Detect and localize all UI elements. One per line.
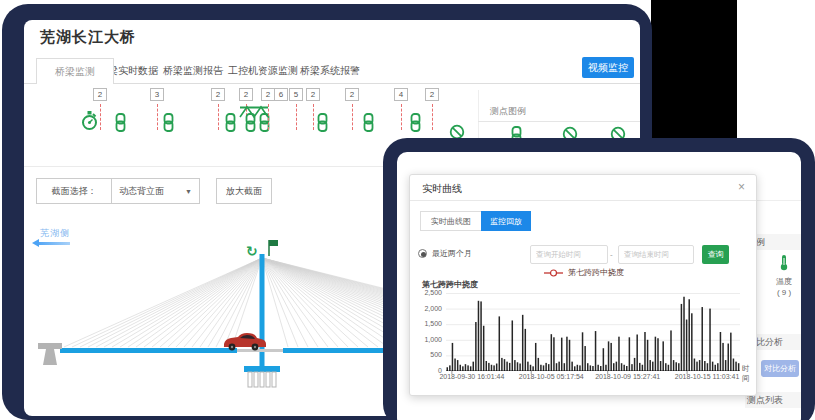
sensor-count-badge: 2 <box>239 88 253 101</box>
y-axis-tick: 0 <box>412 367 442 374</box>
link-sensor-icon[interactable] <box>224 113 237 136</box>
range-separator: - <box>610 250 613 259</box>
tab-ipc-resource[interactable]: 工控机资源监测 <box>228 64 298 78</box>
screenshot-stage: 芜湖长江大桥 桥梁监测 桥梁实时数据 桥梁监测报告 工控机资源监测 桥梁系统报警… <box>0 0 815 420</box>
legend-panel-header: 测点图例 <box>478 102 640 122</box>
truss-icon <box>239 105 269 118</box>
sensor-count-badge: 4 <box>394 88 408 101</box>
sensor-count-badge: 3 <box>150 88 164 101</box>
sensor-position-dash <box>432 104 433 130</box>
y-axis-tick: 1,000 <box>412 336 442 343</box>
section-select-value: 动态背立面 <box>119 185 164 198</box>
recent-two-months-label: 最近两个月 <box>432 248 472 259</box>
modal-window-page: 图例 温度 ( 9 ) 对比分析 对比分析 测点列表 实时曲线 × 实时曲线图 … <box>397 152 801 420</box>
bridge-tower <box>260 254 265 372</box>
query-end-time-input[interactable] <box>618 245 694 264</box>
temperature-legend-item[interactable]: 温度 ( 9 ) <box>767 254 801 297</box>
pier-piles <box>248 372 276 387</box>
x-axis-tick: 2018-10-09 15:27:41 <box>595 373 660 380</box>
section-select-dropdown[interactable]: 动态背立面 ▼ <box>111 179 199 203</box>
sensor-count-badge: 2 <box>306 88 320 101</box>
dialog-title: 实时曲线 <box>422 182 462 196</box>
chain-link-icon <box>224 113 237 132</box>
link-sensor-icon[interactable] <box>409 113 422 136</box>
chart-legend[interactable]: 第七跨跨中挠度 <box>410 267 758 278</box>
page-title: 芜湖长江大桥 <box>40 28 136 47</box>
thermometer-icon <box>778 254 790 271</box>
enlarge-section-button[interactable]: 放大截面 <box>216 178 272 204</box>
close-icon[interactable]: × <box>738 180 745 194</box>
video-monitor-button[interactable]: 视频监控 <box>582 57 634 78</box>
sensor-position-dash <box>100 104 101 130</box>
sensor-count-badge: 2 <box>93 88 107 101</box>
tab-realtime-curve[interactable]: 实时曲线图 <box>420 211 482 231</box>
pier-cap <box>244 366 280 372</box>
y-axis-tick: 2,000 <box>412 305 442 312</box>
bridge-deck-right <box>283 348 392 353</box>
sensor-count-badge: 2 <box>425 88 439 101</box>
chain-link-icon <box>362 113 375 132</box>
bridge-elevation-drawing: ↻ <box>24 234 392 400</box>
tab-system-alarm[interactable]: 桥梁系统报警 <box>300 64 360 78</box>
sensor-position-dash <box>157 104 158 130</box>
background-black-region <box>651 0 737 144</box>
x-axis-title: 时间 <box>742 364 756 384</box>
abutment <box>38 343 62 349</box>
sensor-count-badge: 6 <box>274 88 288 101</box>
query-start-time-input[interactable] <box>530 245 608 264</box>
link-sensor-icon[interactable] <box>316 113 329 136</box>
tab-label: 桥梁监测 <box>55 65 95 79</box>
radio-dot <box>421 252 426 257</box>
section-select-label: 截面选择： <box>37 179 111 203</box>
legend-marker-icon <box>544 268 564 278</box>
sensor-position-dash <box>352 104 353 130</box>
sensor-count-badge: 2 <box>211 88 225 101</box>
link-sensor-icon[interactable] <box>362 113 375 136</box>
tab-monitor-playback[interactable]: 监控回放 <box>481 211 531 231</box>
tab-monitor-report[interactable]: 桥梁监测报告 <box>163 64 223 78</box>
sensor-position-dash <box>401 104 402 130</box>
realtime-curve-dialog: 实时曲线 × 实时曲线图 监控回放 最近两个月 - 查询 第七跨跨中挠 <box>409 174 757 396</box>
tab-bar-divider <box>24 83 640 84</box>
temperature-count: ( 9 ) <box>767 288 801 297</box>
bridge-deck-joint <box>237 349 283 352</box>
link-sensor-icon[interactable] <box>162 113 175 136</box>
gps-rotation-icon[interactable]: ↻ <box>246 243 258 259</box>
sensor-position-dash <box>296 104 297 130</box>
x-axis-tick: 2018-10-15 11:03:41 <box>675 373 739 380</box>
section-select-group: 截面选择： 动态背立面 ▼ <box>36 178 200 204</box>
truss-sensor-icon[interactable] <box>239 104 269 122</box>
flag-sensor-icon[interactable] <box>269 240 278 246</box>
sensor-count-badge: 5 <box>289 88 303 101</box>
chevron-down-icon: ▼ <box>185 188 192 195</box>
x-axis-tick: 2018-10-05 05:17:54 <box>519 373 584 380</box>
modal-window-frame: 图例 温度 ( 9 ) 对比分析 对比分析 测点列表 实时曲线 × 实时曲线图 … <box>383 138 815 420</box>
recent-two-months-radio[interactable] <box>418 249 427 258</box>
compare-analysis-button[interactable]: 对比分析 <box>761 360 799 377</box>
abutment-stem <box>43 349 57 365</box>
y-axis-tick: 2,500 <box>412 289 442 296</box>
deflection-chart <box>446 293 740 375</box>
chain-link-icon <box>114 113 127 132</box>
chain-link-icon <box>316 113 329 132</box>
stopwatch-sensor-icon[interactable] <box>80 110 99 135</box>
sensor-position-dash <box>313 104 314 130</box>
tab-bridge-monitoring[interactable]: 桥梁监测 <box>36 58 114 84</box>
sensor-count-badge: 2 <box>261 88 275 101</box>
bridge-deck-left <box>60 348 237 353</box>
chain-link-icon <box>162 113 175 132</box>
x-axis-tick: 2018-09-30 16:01:44 <box>439 373 504 380</box>
legend-label: 第七跨跨中挠度 <box>568 267 624 278</box>
sensor-position-dash <box>268 104 269 130</box>
y-axis-tick: 500 <box>412 351 442 358</box>
stopwatch-icon <box>80 110 99 131</box>
temperature-label: 温度 <box>767 276 801 287</box>
link-sensor-icon[interactable] <box>114 113 127 136</box>
sensor-count-badge: 2 <box>345 88 359 101</box>
chain-link-icon <box>409 113 422 132</box>
bridge-cables <box>64 258 392 347</box>
query-button[interactable]: 查询 <box>702 245 729 264</box>
y-axis-tick: 1,500 <box>412 320 442 327</box>
sensor-position-dash <box>218 104 219 130</box>
